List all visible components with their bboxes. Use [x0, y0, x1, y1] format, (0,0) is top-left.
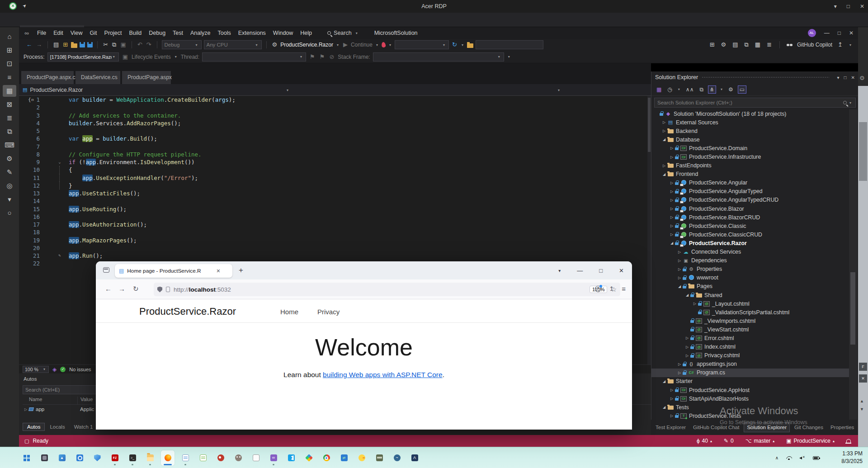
preview-selected-icon[interactable]: ▭: [738, 85, 746, 94]
taskbar-windows-security[interactable]: [90, 450, 104, 466]
tree-item-startapiandblazorhosts[interactable]: ▷C#StartApiAndBlazorHosts: [651, 394, 849, 403]
scroll-up-arrow-icon[interactable]: ▲: [860, 399, 864, 403]
tree-item-appsettings-json[interactable]: ▷{}appsettings.json: [651, 360, 849, 369]
url-bar[interactable]: http://localhost:5032 110% ☆: [154, 283, 620, 296]
autos-tab-locals[interactable]: Locals: [46, 423, 69, 430]
taskbar-pgadmin[interactable]: A: [408, 450, 421, 466]
autos-tab-autos[interactable]: Autos: [23, 423, 45, 431]
panel-tab-git-changes[interactable]: Git Changes: [792, 423, 826, 432]
doc-tab-productpage.aspx[interactable]: ProductPage.aspx: [122, 71, 172, 84]
taskbar-task-view[interactable]: [38, 450, 51, 466]
tree-item-productservice-angulartypedcrud[interactable]: ▷ProductService.AngularTypedCRUD: [651, 196, 849, 204]
edit-tools-icon[interactable]: ✎: [3, 166, 16, 178]
tree-item-tests[interactable]: ◢Tests: [651, 403, 849, 411]
undo-icon[interactable]: ↶: [137, 39, 143, 51]
fit-window-icon[interactable]: ⊠: [3, 99, 16, 110]
continue-button[interactable]: Continue: [351, 42, 373, 48]
hot-reload-dropdown[interactable]: ▾: [395, 40, 449, 49]
panel-drag-grip[interactable]: [702, 76, 829, 79]
wifi-icon[interactable]: [786, 456, 792, 460]
tree-item-productservice-angular[interactable]: ▷ProductService.Angular: [651, 179, 849, 187]
menu-view[interactable]: View: [67, 27, 86, 39]
forward-icon[interactable]: →: [118, 285, 125, 293]
account-avatar[interactable]: AL: [808, 29, 816, 37]
collapse-all-icon[interactable]: ∧∧: [684, 86, 695, 93]
taskbar-diamond-app[interactable]: [302, 450, 316, 466]
copy-icon[interactable]: ⧉: [111, 39, 117, 51]
notifications-bell-icon[interactable]: [846, 439, 851, 443]
new-session-icon[interactable]: ⊞: [3, 44, 16, 56]
autos-column-name[interactable]: Name: [23, 397, 78, 404]
save-icon[interactable]: [80, 42, 85, 47]
account-icon[interactable]: [595, 286, 601, 292]
panel-tab-github-copilot-chat[interactable]: GitHub Copilot Chat: [690, 423, 742, 432]
repo-button[interactable]: ▣ProductService▴: [786, 438, 835, 444]
suppress-icon[interactable]: ⊘: [328, 51, 335, 63]
panel-tab-solution-explorer[interactable]: Solution Explorer: [744, 422, 790, 432]
tree-item-index-cshtml[interactable]: ▷@Index.cshtml: [651, 343, 849, 351]
displays-icon[interactable]: ⧉: [3, 126, 16, 137]
live-share-icon[interactable]: ◈: [52, 366, 57, 373]
tree-item-productservice-classiccrud[interactable]: ▷ProductService.ClassicCRUD: [651, 230, 849, 239]
menu-extensions[interactable]: Extensions: [235, 27, 269, 39]
rdp-chevron-down-icon[interactable]: ▾: [834, 3, 837, 9]
menu-help[interactable]: Help: [297, 27, 316, 39]
taskbar-start-button[interactable]: [20, 450, 33, 466]
tree-item-shared[interactable]: ◢Shared: [651, 291, 849, 299]
taskbar-cyberduck[interactable]: [355, 450, 368, 466]
tab-close-icon[interactable]: ✕: [216, 268, 220, 274]
keyboard-icon[interactable]: ⌨: [3, 139, 16, 151]
tree-item-database[interactable]: ◢Database: [651, 135, 849, 144]
vs-search-box[interactable]: Search ▾: [327, 30, 359, 36]
rdp-maximize-icon[interactable]: □: [847, 3, 850, 9]
hot-reload-icon[interactable]: [381, 42, 386, 47]
flag-icon[interactable]: ⚑: [309, 51, 316, 63]
redo-icon[interactable]: ↷: [146, 39, 152, 51]
aspnet-core-link[interactable]: building Web apps with ASP.NET Core: [323, 371, 443, 378]
vs-minimize-icon[interactable]: —: [824, 30, 830, 36]
tree-item-fastendpoints[interactable]: ▷FastEndpoints: [651, 161, 849, 170]
menu-analyze[interactable]: Analyze: [187, 27, 214, 39]
properties-icon[interactable]: ⚙: [727, 86, 735, 93]
solution-explorer-scrollbar[interactable]: [849, 109, 857, 420]
tree-item-pages[interactable]: ◢Pages: [651, 282, 849, 291]
tree-item-dependencies[interactable]: ▷▣Dependencies: [651, 256, 849, 265]
taskbar-filezilla[interactable]: FZ: [108, 450, 122, 466]
menu-lines-icon[interactable]: ≣: [3, 112, 16, 124]
battery-icon[interactable]: [813, 456, 819, 460]
page-brand-link[interactable]: ProductService.Razor: [139, 306, 236, 317]
nested-view-icon[interactable]: ⋔: [708, 85, 716, 94]
menu-file[interactable]: File: [33, 27, 50, 39]
back-icon[interactable]: ←: [105, 285, 112, 293]
menu-hamburger-icon[interactable]: ≡: [622, 285, 626, 293]
panel-pin-icon[interactable]: ▾: [837, 75, 840, 80]
new-project-icon[interactable]: ▤: [52, 39, 60, 51]
tree-item-productservice-tests[interactable]: ▷TProductService.Tests: [651, 411, 849, 420]
process-dropdown[interactable]: [17108] ProductService.Razor.exe▾: [47, 52, 119, 61]
continue-play-icon[interactable]: ▶: [342, 39, 349, 51]
paste-icon[interactable]: ▣: [119, 39, 127, 51]
taskbar-clock[interactable]: 1:33 PM 8/3/2025: [841, 450, 863, 465]
taskbar-notepad-green[interactable]: [196, 450, 210, 466]
taskbar-vs-code[interactable]: [284, 450, 298, 466]
firefox-view-icon[interactable]: [103, 267, 109, 273]
save-all-icon[interactable]: [87, 42, 93, 47]
menu-tools[interactable]: Tools: [214, 27, 235, 39]
open-file-icon[interactable]: [71, 43, 77, 48]
strip-settings-gear-icon[interactable]: ⚙: [859, 75, 865, 81]
new-tab-button[interactable]: +: [239, 266, 243, 275]
tree-item--layout-cshtml[interactable]: ▷@_Layout.cshtml: [651, 299, 849, 308]
record-icon[interactable]: ◎: [3, 180, 16, 192]
nav-link-privacy[interactable]: Privacy: [317, 308, 340, 316]
home-icon[interactable]: ⌂: [3, 31, 16, 43]
menu-git[interactable]: Git: [86, 27, 101, 39]
editor-scrollbar[interactable]: [647, 96, 651, 364]
settings-gear-icon[interactable]: ⚙: [3, 153, 16, 165]
menu-edit[interactable]: Edit: [50, 27, 67, 39]
sessions-list-icon[interactable]: ≡: [3, 71, 16, 83]
nav-link-home[interactable]: Home: [280, 308, 298, 316]
new-item-icon[interactable]: ⊞: [62, 39, 69, 51]
reload-icon[interactable]: ↻: [133, 285, 139, 293]
tree-item-productservice-domain[interactable]: ▷C#ProductService.Domain: [651, 144, 849, 152]
doc-tab-dataservice.cs[interactable]: DataService.cs: [75, 71, 121, 84]
